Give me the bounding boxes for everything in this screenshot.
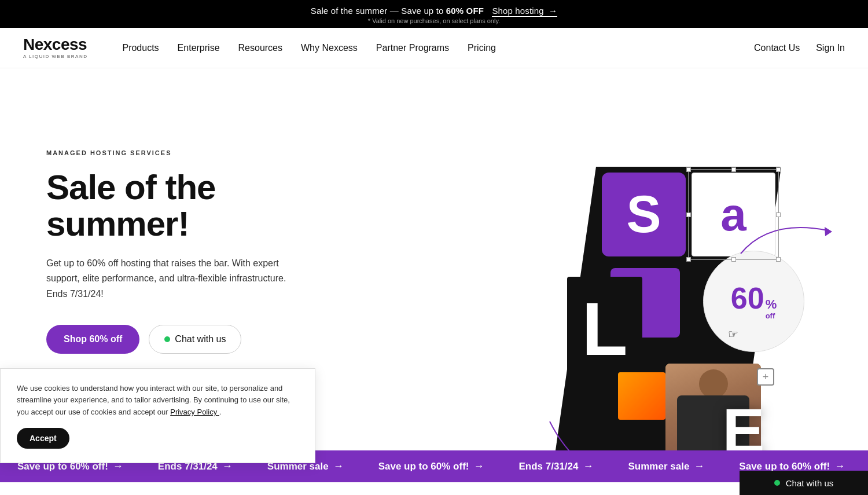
cookie-text: We use cookies to understand how you int… <box>17 383 299 419</box>
shop-60-button[interactable]: Shop 60% off <box>46 325 139 354</box>
nav-partner-programs[interactable]: Partner Programs <box>376 43 449 53</box>
graphic-off: off <box>766 312 775 320</box>
ticker-arrow-3: → <box>333 460 344 472</box>
main-nav: Nexcess A LIQUID WEB BRAND Products Ente… <box>0 28 868 68</box>
ticker-arrow-6: → <box>694 460 704 472</box>
banner-subtext: * Valid on new purchases, on select plan… <box>12 17 856 24</box>
nav-pricing[interactable]: Pricing <box>468 43 496 53</box>
chat-widget-label: Chat with us <box>786 478 834 483</box>
shop-hosting-link[interactable]: Shop hosting → <box>492 6 557 17</box>
privacy-policy-label: Privacy Policy <box>170 408 217 416</box>
contact-us-label: Contact Us <box>754 43 800 53</box>
ticker-text-6: Summer sale <box>628 461 690 472</box>
ticker-arrow-4: → <box>473 460 484 472</box>
graphic-60-circle: 60 % off ☞ <box>703 251 804 352</box>
chat-button[interactable]: Chat with us <box>149 325 241 354</box>
chat-widget[interactable]: Chat with us <box>740 471 868 482</box>
ticker-text-4: Save up to 60% off! <box>378 461 469 472</box>
decorative-arrow <box>735 213 839 259</box>
cursor-icon: ☞ <box>728 327 738 341</box>
accept-cookies-button[interactable]: Accept <box>17 428 69 449</box>
top-banner: Sale of the summer — Save up to 60% OFF … <box>0 0 868 28</box>
logo-link[interactable]: Nexcess A LIQUID WEB BRAND <box>23 36 87 59</box>
shop-60-label: Shop 60% off <box>64 334 122 344</box>
banner-sale-text: Sale of the summer — Save up to <box>311 6 444 16</box>
banner-main-text: Sale of the summer — Save up to 60% OFF … <box>12 6 856 16</box>
shop-link-text: Shop hosting <box>492 6 543 16</box>
chat-widget-dot <box>774 480 780 482</box>
nav-sign-in[interactable]: Sign In <box>816 43 845 53</box>
graphic-accent-tile <box>618 372 665 420</box>
graphic-plus-icon: + <box>757 368 774 386</box>
accept-label: Accept <box>30 434 57 443</box>
shop-link-arrow-icon: → <box>549 6 557 16</box>
hero-graphic: S a L 60 <box>532 161 868 450</box>
nav-why-nexcess[interactable]: Why Nexcess <box>301 43 358 53</box>
hero-description: Get up to 60% off hosting that raises th… <box>46 256 301 302</box>
chat-online-dot <box>164 336 170 342</box>
graphic-l-letter: L <box>582 285 627 372</box>
graphic-s-tile: S <box>602 173 686 256</box>
ticker-item: Save up to 60% off! → <box>361 460 502 472</box>
nav-enterprise[interactable]: Enterprise <box>178 43 220 53</box>
graphic-pct: % <box>766 297 777 312</box>
cookie-banner: We use cookies to understand how you int… <box>0 368 315 463</box>
ticker-arrow-5: → <box>583 460 594 472</box>
graphic-sixty-num: 60 <box>731 283 764 313</box>
svg-marker-0 <box>825 227 832 236</box>
ticker-text-5: Ends 7/31/24 <box>518 461 578 472</box>
nav-right-links: Contact Us Sign In <box>754 43 845 53</box>
chat-label: Chat with us <box>175 334 226 344</box>
logo-sub: A LIQUID WEB BRAND <box>23 54 87 59</box>
nav-links: Products Enterprise Resources Why Nexces… <box>122 43 754 53</box>
graphic-e-tile: E <box>709 393 778 450</box>
privacy-policy-link[interactable]: Privacy Policy <box>170 408 219 416</box>
hero-buttons: Shop 60% off Chat with us <box>46 325 324 354</box>
ticker-item: Ends 7/31/24 → <box>501 460 610 472</box>
logo-text: Nexcess <box>23 36 87 53</box>
banner-highlight: 60% OFF <box>446 6 484 16</box>
nav-resources[interactable]: Resources <box>238 43 282 53</box>
graphic-l-tile: L <box>567 277 642 381</box>
cookie-body-text: We use cookies to understand how you int… <box>17 384 290 417</box>
ticker-item: Summer sale → <box>611 460 722 472</box>
graphic-s-letter: S <box>626 185 661 244</box>
hero-title: Sale of the summer! <box>46 169 324 242</box>
hero-content: MANAGED HOSTING SERVICES Sale of the sum… <box>0 68 324 388</box>
nav-products[interactable]: Products <box>122 43 159 53</box>
hero-eyebrow: MANAGED HOSTING SERVICES <box>46 149 324 156</box>
sign-in-label: Sign In <box>816 43 845 53</box>
nav-contact-us[interactable]: Contact Us <box>754 43 800 53</box>
graphic-e-letter: E <box>722 394 764 451</box>
